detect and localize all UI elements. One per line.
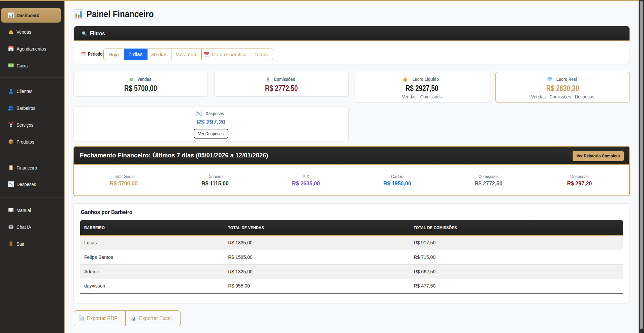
svg-text:$: $: [10, 64, 11, 66]
svg-text:17: 17: [205, 54, 208, 56]
svg-text:17: 17: [83, 54, 85, 56]
svg-text:$: $: [10, 31, 12, 34]
svg-text:17: 17: [10, 48, 12, 51]
